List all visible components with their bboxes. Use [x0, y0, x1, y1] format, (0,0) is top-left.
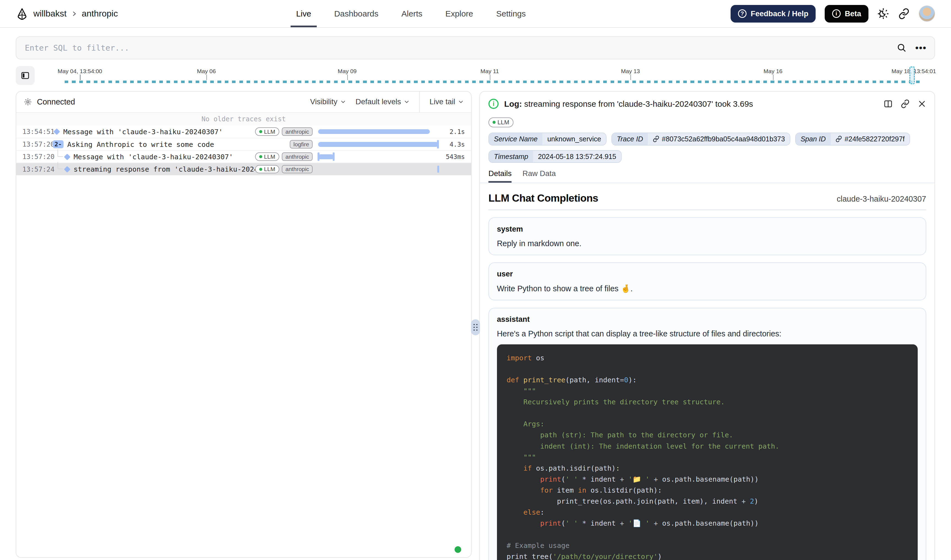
tab-details[interactable]: Details [489, 169, 512, 183]
beta-button[interactable]: i Beta [825, 5, 868, 23]
message-content: Write Python to show a tree of files 🤞. [497, 284, 918, 293]
default-levels-dropdown[interactable]: Default levels [356, 97, 410, 106]
chat-messages: system Reply in markdown one. user Write… [480, 210, 934, 560]
chip-key: Span ID [796, 133, 831, 145]
gear-icon[interactable] [24, 98, 32, 106]
span-id-chip[interactable]: Span ID #24fe5822720f297f [795, 132, 910, 145]
trace-row[interactable]: 13:54:51 Message with 'claude-3-haiku-20… [16, 125, 471, 138]
timeline-tick [630, 75, 631, 80]
tab-dashboards[interactable]: Dashboards [333, 0, 379, 27]
timeline-selection-marker[interactable] [909, 66, 915, 84]
message-role: user [497, 269, 918, 278]
llm-badge: LLM [255, 127, 280, 136]
live-tail-label: Live tail [430, 97, 455, 106]
tab-live[interactable]: Live [295, 0, 312, 27]
timeline-label: May 09 [338, 68, 357, 75]
section-title: LLM Chat Completions [489, 192, 598, 204]
message-content: Here's a Python script that can display … [497, 329, 918, 338]
timestamp-chip: Timestamp 2024-05-18 13:57:24.915 [489, 150, 622, 163]
trace-time: 13:57:20 [22, 153, 52, 161]
sidebar-toggle-button[interactable] [16, 66, 34, 85]
log-attribute-chips: Service Name unknown_service Trace ID #8… [480, 128, 934, 163]
span-diamond-icon [54, 128, 60, 135]
log-title: Log: streaming response from 'claude-3-h… [504, 99, 753, 109]
green-dot-icon [259, 155, 262, 158]
panel-layout-icon[interactable] [883, 99, 892, 108]
llm-badge: LLM [255, 152, 280, 161]
feedback-help-label: Feedback / Help [751, 9, 808, 18]
message-role: assistant [497, 315, 918, 324]
sql-filter-bar: ••• [16, 36, 935, 59]
model-name: claude-3-haiku-20240307 [837, 194, 926, 203]
feedback-help-button[interactable]: ? Feedback / Help [731, 5, 815, 23]
trace-row[interactable]: 13:57:20 Message with 'claude-3-haiku-20… [16, 150, 471, 163]
default-levels-label: Default levels [356, 97, 401, 106]
tab-raw-data[interactable]: Raw Data [523, 169, 556, 183]
chip-value: 2024-05-18 13:57:24.915 [533, 151, 621, 162]
trace-list-panel: Connected Visibility Default levels Live… [16, 91, 472, 558]
copy-link-icon[interactable] [901, 99, 910, 108]
trace-row-selected[interactable]: 13:57:24 streaming response from 'claude… [16, 163, 471, 175]
theme-toggle-icon[interactable] [877, 8, 889, 20]
timeline-label: May 11 [481, 68, 499, 75]
no-older-traces-notice: No older traces exist [16, 113, 471, 125]
trace-message: streaming response from 'claude-3-haiku-… [74, 165, 255, 173]
timeline-tick [490, 75, 490, 80]
search-icon[interactable] [897, 43, 907, 53]
log-title-text: streaming response from 'claude-3-haiku-… [524, 99, 753, 108]
timeline-tick [80, 75, 80, 80]
user-avatar[interactable] [919, 6, 935, 22]
live-tail-dropdown[interactable]: Live tail [430, 97, 464, 106]
anthropic-badge: anthropic [282, 127, 313, 136]
message-content: Reply in markdown one. [497, 239, 918, 248]
duration-bar [318, 142, 438, 147]
span-diamond-icon [64, 166, 70, 172]
tab-explore[interactable]: Explore [444, 0, 475, 27]
more-options-icon[interactable]: ••• [915, 45, 926, 51]
timeline-label: May 06 [197, 68, 216, 75]
main-content: Connected Visibility Default levels Live… [16, 91, 935, 560]
trace-message: Asking Anthropic to write some code [67, 140, 214, 149]
tab-alerts[interactable]: Alerts [400, 0, 424, 27]
timeline-tick [207, 75, 207, 80]
chip-key: Trace ID [612, 133, 648, 145]
timeline-tick [347, 75, 348, 80]
main-tabs: Live Dashboards Alerts Explore Settings [295, 0, 527, 27]
trace-row[interactable]: 13:57:20 2- Asking Anthropic to write so… [16, 138, 471, 150]
trace-id-chip[interactable]: Trace ID #8073c52a62ffb9ba05c4aa948d01b3… [612, 132, 790, 145]
timeline[interactable]: May 04, 13:54:00 May 06 May 09 May 11 Ma… [44, 66, 935, 86]
divider [419, 91, 420, 112]
visibility-dropdown[interactable]: Visibility [310, 97, 346, 106]
message-card-user: user Write Python to show a tree of file… [489, 262, 926, 300]
connection-status: Connected [37, 97, 75, 106]
duration-bar-area [318, 152, 439, 162]
close-icon[interactable] [918, 100, 926, 108]
green-dot-icon [259, 130, 262, 133]
trace-message: Message with 'claude-3-haiku-20240307' [63, 128, 223, 136]
link-icon [835, 135, 842, 142]
drag-dots-icon [473, 324, 478, 331]
info-circle-icon: i [832, 9, 841, 18]
logfire-logo-icon[interactable] [16, 8, 28, 20]
duration-bar [318, 129, 430, 134]
breadcrumb-org[interactable]: willbakst [33, 9, 66, 19]
timeline-label: May 16 [764, 68, 783, 75]
collapse-children-badge[interactable]: 2- [53, 140, 64, 148]
chip-value: #24fe5822720f297f [845, 135, 905, 143]
sql-filter-input[interactable] [16, 36, 935, 59]
python-code-block[interactable]: import os def print_tree(path, indent=0)… [497, 345, 918, 560]
message-card-system: system Reply in markdown one. [489, 217, 926, 255]
chip-key: Service Name [489, 133, 543, 145]
chevron-down-icon [458, 99, 464, 105]
log-tags: LLM [480, 111, 934, 128]
chip-value: unknown_service [543, 133, 606, 145]
tab-settings[interactable]: Settings [495, 0, 527, 27]
panel-resize-handle[interactable] [471, 319, 480, 335]
breadcrumb-project[interactable]: anthropic [82, 9, 118, 19]
logfire-badge: logfire [290, 140, 313, 149]
trace-duration: 4.3s [442, 141, 471, 148]
duration-bar [437, 166, 439, 173]
question-circle-icon: ? [738, 9, 746, 18]
trace-time: 13:54:51 [22, 128, 52, 135]
share-link-icon[interactable] [898, 8, 910, 20]
